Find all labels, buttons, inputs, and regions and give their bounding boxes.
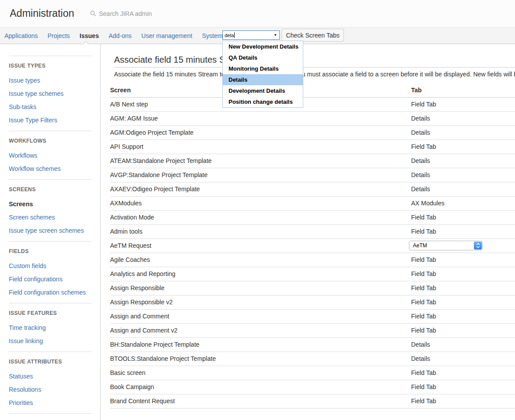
tab-cell: Field Tab <box>411 309 515 323</box>
table-row: Agile CoachesField Tab <box>110 253 515 267</box>
dropdown-option-details[interactable]: Details <box>223 74 303 85</box>
sidebar-item-workflows[interactable]: Workflows <box>9 149 92 162</box>
screen-name-cell: Admin tools <box>110 224 411 238</box>
screen-name-cell: Agile Coaches <box>110 253 411 267</box>
sidebar-item-custom-fields[interactable]: Custom fields <box>9 259 92 272</box>
sidebar-item-screen-schemes[interactable]: Screen schemes <box>9 211 92 224</box>
tab-cell: AX Modules <box>411 196 515 210</box>
tab-cell: Field Tab <box>411 380 515 394</box>
sidebar-item-issue-types[interactable]: Issue types <box>9 74 92 87</box>
sidebar-item-time-tracking[interactable]: Time tracking <box>9 321 92 334</box>
tab-cell: Details <box>411 352 515 366</box>
table-row: AVGP:Standalone Project TemplateDetails <box>110 168 515 182</box>
sidebar-section-fields: FIELDSCustom fieldsField configurationsF… <box>9 241 92 303</box>
screen-name-cell: BTOOLS:Standalone Project Template <box>110 352 411 366</box>
tab-user-management[interactable]: User management <box>137 32 197 39</box>
check-screen-tabs-button[interactable]: Check Screen Tabs <box>282 29 344 42</box>
content-description: Associate the field 15 minutes Stream to… <box>114 71 515 78</box>
dropdown-option-monitoring-details[interactable]: Monitoring Details <box>223 63 303 74</box>
tab-cell: Details <box>411 168 515 182</box>
table-row: API SupportField Tab <box>110 140 515 154</box>
table-row: AXAEV:Odigeo Project TemplateDetails <box>110 182 515 196</box>
screen-name-cell: BH:Standalone Project Template <box>110 337 411 352</box>
tab-cell: Field Tab <box>411 267 515 281</box>
tab-cell: Field Tab <box>411 295 515 309</box>
dropdown-option-new-development-details[interactable]: New Development Details <box>223 41 303 52</box>
search-icon <box>90 11 96 16</box>
table-row: Assign and CommentField Tab <box>110 309 515 323</box>
screen-name-cell: Book Campaign <box>110 380 411 394</box>
sidebar-item-workflow-schemes[interactable]: Workflow schemes <box>9 162 92 175</box>
admin-tabs: ApplicationsProjectsIssuesAdd-onsUser ma… <box>0 32 228 39</box>
tab-projects[interactable]: Projects <box>43 32 75 39</box>
admin-search-input[interactable]: Search JIRA admin <box>90 10 152 17</box>
sidebar-section-heading: SCREENS <box>9 186 92 193</box>
tab-cell: Field Tab <box>411 281 515 295</box>
tab-add-ons[interactable]: Add-ons <box>104 32 137 39</box>
screen-name-cell: Assign and Comment <box>110 309 411 323</box>
tab-cell: Field Tab <box>411 140 515 154</box>
dropdown-option-position-change-details[interactable]: Position change details <box>223 96 303 107</box>
table-row: AXModulesAX Modules <box>110 196 515 210</box>
page-title: Administration <box>10 8 74 19</box>
tab-cell: Details <box>411 154 515 168</box>
sidebar-item-sub-tasks[interactable]: Sub-tasks <box>9 100 92 114</box>
sidebar-section: Issue security schemesNotification schem… <box>9 413 92 420</box>
screen-name-cell: AeTM Request <box>110 238 411 253</box>
column-header-tab: Tab <box>411 83 515 97</box>
table-row: Assign ResponsibleField Tab <box>110 281 515 295</box>
sidebar-item-issue-type-filters[interactable]: Issue Type Filters <box>9 114 92 127</box>
combobox-dropdown-arrow-icon[interactable]: ▼ <box>274 33 277 37</box>
tab-cell: Field Tab <box>411 97 515 111</box>
sidebar-item-issue-type-screen-schemes[interactable]: Issue type screen schemes <box>9 224 92 237</box>
sidebar-item-screens[interactable]: Screens <box>9 197 92 211</box>
tab-cell: Field Tab <box>411 210 515 224</box>
screen-name-cell: AXAEV:Odigeo Project Template <box>110 182 411 196</box>
combobox-value: deta <box>225 33 234 38</box>
tab-cell: Details <box>411 125 515 140</box>
sidebar-item-statuses[interactable]: Statuses <box>9 370 92 383</box>
table-row: AeTM RequestAeTM <box>110 238 515 253</box>
tab-issues[interactable]: Issues <box>75 32 104 39</box>
table-row: Book CampaignField Tab <box>110 380 515 394</box>
sidebar-item-field-configurations[interactable]: Field configurations <box>9 272 92 286</box>
sidebar-item-priorities[interactable]: Priorities <box>9 396 92 409</box>
table-row: ATEAM:Standalone Project TemplateDetails <box>110 154 515 168</box>
sidebar-section-heading: ISSUE TYPES <box>9 62 92 69</box>
screens-table: Screen Tab A/B Next stepField TabAGM: AG… <box>110 83 515 409</box>
table-row: Assign Responsible v2Field Tab <box>110 295 515 309</box>
table-row: AGM: AGM IssueDetails <box>110 111 515 125</box>
screen-name-cell: AGM:Odigeo Project Template <box>110 125 411 140</box>
sidebar-item-resolutions[interactable]: Resolutions <box>9 383 92 396</box>
table-row: Admin toolsField Tab <box>110 224 515 238</box>
tab-select[interactable]: AeTM <box>409 241 483 250</box>
tab-applications[interactable]: Applications <box>0 32 43 39</box>
dropdown-option-development-details[interactable]: Development Details <box>223 85 303 96</box>
tab-cell: Details <box>411 111 515 125</box>
screen-name-cell: Assign Responsible <box>110 281 411 295</box>
table-row: AGM:Odigeo Project TemplateDetails <box>110 125 515 140</box>
screen-name-cell: AXModules <box>110 196 411 210</box>
tab-cell: AeTM <box>411 238 515 253</box>
sidebar-section-heading: ISSUE FEATURES <box>9 310 92 317</box>
table-row: Brand Content RequestField Tab <box>110 394 515 408</box>
table-row: A/B Next stepField Tab <box>110 97 515 111</box>
select-stepper-icon[interactable] <box>474 242 482 250</box>
table-row: Analytics and ReportingField Tab <box>110 267 515 281</box>
screen-name-cell: Analytics and Reporting <box>110 267 411 281</box>
issues-sidebar: ISSUE TYPESIssue typesIssue type schemes… <box>0 44 101 420</box>
sidebar-item-issue-type-schemes[interactable]: Issue type schemes <box>9 87 92 100</box>
sidebar-section-issue-attributes: ISSUE ATTRIBUTESStatusesResolutionsPrior… <box>9 352 92 413</box>
search-placeholder: Search JIRA admin <box>99 10 152 17</box>
tab-select-value: AeTM <box>409 242 474 249</box>
screen-name-cell: ATEAM:Standalone Project Template <box>110 154 411 168</box>
sidebar-item-issue-linking[interactable]: Issue linking <box>9 334 92 348</box>
sidebar-item-field-configuration-schemes[interactable]: Field configuration schemes <box>9 286 92 299</box>
screen-name-cell: Brand Content Request <box>110 394 411 408</box>
screen-search-combobox[interactable]: deta ▼ <box>222 30 280 40</box>
table-row: Activation ModeField Tab <box>110 210 515 224</box>
tab-cell: Field Tab <box>411 323 515 337</box>
sidebar-section-issue-types: ISSUE TYPESIssue typesIssue type schemes… <box>9 56 92 131</box>
sidebar-section-heading: FIELDS <box>9 248 92 255</box>
dropdown-option-qa-details[interactable]: QA Details <box>223 52 303 63</box>
